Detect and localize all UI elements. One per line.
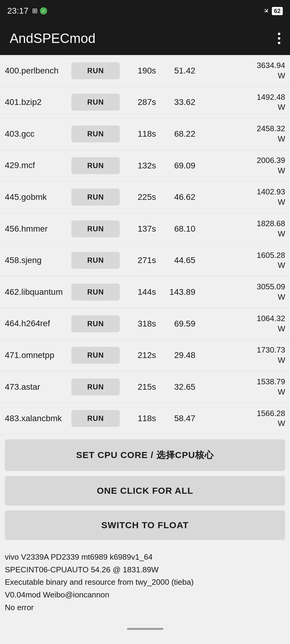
bench-name: 471.omnetpp [5,350,71,361]
table-row: 445.gobmk RUN 225s 46.62 1402.93W [0,181,290,213]
more-menu-button[interactable] [278,33,280,44]
bench-time: 144s [125,287,161,297]
bench-time: 215s [125,382,161,392]
menu-dot-3 [278,42,280,44]
bench-power: 1402.93W [200,187,285,207]
bench-score: 46.62 [161,192,200,202]
bench-score: 68.10 [161,224,200,234]
bench-score: 68.22 [161,129,200,139]
run-button-1[interactable]: RUN [71,94,120,111]
bench-time: 137s [125,224,161,234]
table-row: 483.xalancbmk RUN 118s 58.47 1566.28W [0,403,290,435]
benchmark-table: 400.perlbench RUN 190s 51.42 3634.94W 40… [0,55,290,434]
table-row: 473.astar RUN 215s 32.65 1538.79W [0,371,290,403]
bench-score: 44.65 [161,255,200,265]
bench-time: 132s [125,161,161,171]
bench-time: 225s [125,192,161,202]
table-row: 462.libquantum RUN 144s 143.89 3055.09W [0,276,290,308]
table-row: 464.h264ref RUN 318s 69.59 1064.32W [0,308,290,340]
bench-score: 32.65 [161,382,200,392]
bench-time: 287s [125,97,161,107]
switch-to-float-button[interactable]: SWITCH TO FLOAT [5,510,285,540]
bench-power: 1605.28W [200,250,285,271]
bench-power: 3634.94W [200,60,285,81]
main-content: 400.perlbench RUN 190s 51.42 3634.94W 40… [0,55,290,638]
bench-name: 445.gobmk [5,192,71,203]
table-row: 400.perlbench RUN 190s 51.42 3634.94W [0,55,290,87]
bench-name: 401.bzip2 [5,97,71,108]
app-bar: AndSPECmod [0,22,290,55]
bench-power: 1566.28W [200,408,285,429]
footer-line-5: No error [5,601,285,614]
bench-name: 462.libquantum [5,287,71,298]
table-row: 471.omnetpp RUN 212s 29.48 1730.73W [0,340,290,371]
status-icons: ⊞ ✓ [32,7,47,15]
bench-power: 1064.32W [200,314,285,334]
status-left: 23:17 ⊞ ✓ [7,6,47,16]
footer-line-4: V0.04mod Weibo@ioncannon [5,589,285,601]
bench-name: 458.sjeng [5,255,71,266]
footer-info: vivo V2339A PD2339 mt6989 k6989v1_64 SPE… [0,545,290,620]
table-row: 429.mcf RUN 132s 69.09 2006.39W [0,150,290,182]
bench-score: 69.09 [161,161,200,171]
bench-score: 29.48 [161,350,200,360]
bench-name: 403.gcc [5,128,71,139]
bench-score: 69.59 [161,319,200,329]
bench-power: 1828.68W [200,219,285,239]
status-right: ✈ 62 [263,7,283,15]
bench-power: 3055.09W [200,282,285,302]
table-row: 401.bzip2 RUN 287s 33.62 1492.48W [0,87,290,119]
table-row: 403.gcc RUN 118s 68.22 2458.32W [0,118,290,150]
bench-power: 1492.48W [200,92,285,113]
media-icon: ⊞ [32,7,37,15]
bench-score: 58.47 [161,414,200,423]
run-button-3[interactable]: RUN [71,157,120,174]
app-title: AndSPECmod [10,31,96,46]
battery-container: 62 [272,7,283,15]
set-cpu-core-button[interactable]: SET CPU CORE / 选择CPU核心 [5,439,285,471]
menu-dot-2 [278,37,280,40]
nav-bar [0,620,290,638]
bench-power: 1538.79W [200,377,285,397]
bench-score: 143.89 [161,287,200,297]
run-button-5[interactable]: RUN [71,220,120,237]
bench-time: 118s [125,414,161,423]
bench-name: 400.perlbench [5,65,71,76]
table-row: 458.sjeng RUN 271s 44.65 1605.28W [0,245,290,277]
bench-name: 464.h264ref [5,318,71,329]
action-buttons: SET CPU CORE / 选择CPU核心 ONE CLICK FOR ALL… [0,434,290,545]
run-button-0[interactable]: RUN [71,62,120,79]
footer-line-3: Executable binary and resource from twy_… [5,576,285,589]
one-click-for-all-button[interactable]: ONE CLICK FOR ALL [5,476,285,506]
run-button-2[interactable]: RUN [71,125,120,142]
footer-line-2: SPECINT06-CPUAUTO 54.26 @ 1831.89W [5,564,285,576]
bench-time: 118s [125,129,161,139]
bench-time: 212s [125,350,161,360]
bench-time: 190s [125,66,161,76]
run-button-7[interactable]: RUN [71,284,120,301]
bench-name: 473.astar [5,382,71,392]
bench-name: 429.mcf [5,160,71,171]
status-bar: 23:17 ⊞ ✓ ✈ 62 [0,0,290,22]
run-button-6[interactable]: RUN [71,252,120,269]
airplane-mode-icon: ✈ [261,6,271,15]
battery-level: 62 [272,7,283,15]
bench-power: 2006.39W [200,155,285,176]
bench-power: 1730.73W [200,345,285,366]
table-row: 456.hmmer RUN 137s 68.10 1828.68W [0,213,290,245]
verified-icon: ✓ [40,7,47,15]
bench-name: 456.hmmer [5,223,71,234]
run-button-9[interactable]: RUN [71,347,120,364]
bench-score: 33.62 [161,97,200,107]
run-button-4[interactable]: RUN [71,189,120,206]
run-button-11[interactable]: RUN [71,410,120,427]
status-time: 23:17 [7,6,28,16]
bench-power: 2458.32W [200,124,285,144]
bench-time: 271s [125,255,161,265]
run-button-10[interactable]: RUN [71,379,120,395]
menu-dot-1 [278,33,280,35]
bench-time: 318s [125,319,161,329]
footer-line-1: vivo V2339A PD2339 mt6989 k6989v1_64 [5,551,285,564]
bench-score: 51.42 [161,66,200,76]
run-button-8[interactable]: RUN [71,315,120,332]
